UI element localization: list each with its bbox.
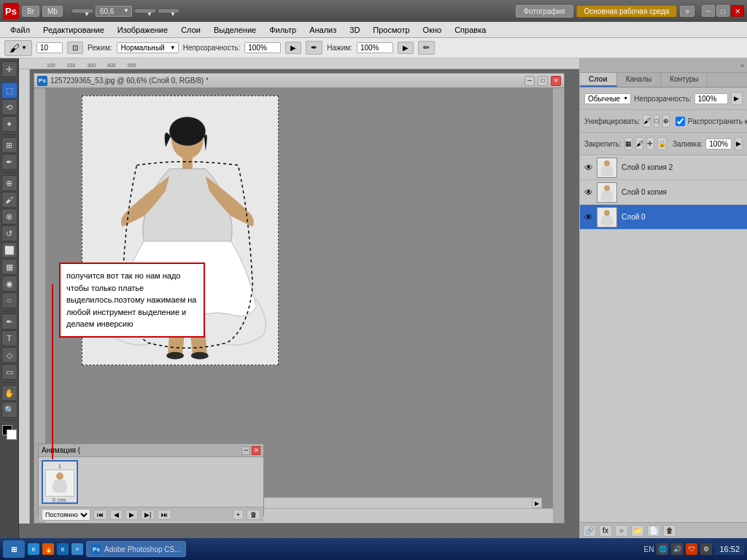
propagate-checkbox[interactable]: [676, 117, 685, 126]
view-mode-dropdown[interactable]: [135, 9, 155, 12]
opacity-input[interactable]: 100%: [244, 42, 281, 53]
brush-preset-btn[interactable]: 🖌▼: [4, 40, 32, 56]
delete-layer-btn[interactable]: 🗑: [663, 525, 676, 537]
blend-mode-dropdown[interactable]: Обычные: [584, 93, 631, 104]
doc-maximize-btn[interactable]: □: [538, 76, 548, 86]
loop-select[interactable]: Постоянно: [42, 509, 90, 521]
brush-shape-btn[interactable]: ⊡: [67, 42, 83, 54]
arrange-dropdown[interactable]: [158, 9, 179, 12]
layer-item-0[interactable]: 👁 Слой 0: [580, 205, 747, 230]
anim-play-btn[interactable]: ▶: [125, 510, 138, 520]
pen-tool[interactable]: ✒: [1, 314, 18, 330]
doc-minimize-btn[interactable]: ─: [525, 76, 535, 86]
path-tool[interactable]: ◇: [1, 347, 18, 363]
brush-size-input[interactable]: 10: [36, 42, 63, 53]
doc-close-btn[interactable]: ✕: [551, 76, 561, 86]
workspace-main-btn[interactable]: Основная рабочая среда: [576, 5, 678, 18]
tab-layers[interactable]: Слои: [580, 73, 617, 87]
workspace-photo-btn[interactable]: Фотография: [516, 5, 573, 18]
anim-next-btn[interactable]: ▶|: [141, 510, 155, 520]
hand-tool[interactable]: ✋: [1, 385, 18, 401]
anim-panel-close[interactable]: ✕: [252, 446, 260, 455]
close-btn[interactable]: ✕: [731, 5, 744, 17]
unify-layer-btn[interactable]: □: [654, 114, 659, 128]
menu-image[interactable]: Изображение: [112, 24, 174, 36]
fill-arrow-btn[interactable]: ▶: [735, 137, 743, 150]
tab-channels[interactable]: Каналы: [617, 73, 662, 87]
color-swatches[interactable]: [2, 425, 17, 440]
layer-visibility-copy1[interactable]: 👁: [583, 187, 595, 198]
new-group-btn[interactable]: 📁: [631, 525, 644, 537]
menu-select[interactable]: Выделение: [208, 24, 262, 36]
marquee-tool[interactable]: ⬚: [1, 82, 18, 98]
anim-add-frame-btn[interactable]: +: [233, 510, 244, 520]
taskbar-update-icon[interactable]: ⚙: [700, 543, 712, 555]
anim-first-btn[interactable]: ⏮: [93, 510, 107, 520]
taskbar-network-icon[interactable]: 🌐: [657, 543, 668, 555]
fill-value[interactable]: 100%: [705, 139, 732, 149]
lock-transparent-btn[interactable]: ▦: [624, 137, 632, 150]
menu-3d[interactable]: 3D: [344, 24, 365, 36]
gradient-tool[interactable]: ▦: [1, 259, 18, 275]
start-button[interactable]: ⊞: [3, 540, 25, 558]
bridge-btn[interactable]: Br: [22, 6, 39, 17]
layer-mask-btn[interactable]: ○: [615, 525, 628, 537]
eraser-tool[interactable]: ⬜: [1, 242, 18, 258]
menu-filter[interactable]: Фильтр: [263, 24, 302, 36]
lang-indicator[interactable]: EN: [644, 545, 654, 553]
move-tool[interactable]: ✛: [1, 61, 18, 77]
layer-item-copy2[interactable]: 👁 Слой 0 копия 2: [580, 155, 747, 180]
history-tool[interactable]: ↺: [1, 225, 18, 241]
layer-item-copy1[interactable]: 👁 Слой 0 копия: [580, 180, 747, 205]
spot-heal-tool[interactable]: ⊕: [1, 175, 18, 191]
wand-tool[interactable]: ✦: [1, 116, 18, 132]
airbrush-btn[interactable]: ✒: [306, 41, 322, 55]
menu-file[interactable]: Файл: [4, 24, 36, 36]
menu-edit[interactable]: Редактирование: [37, 24, 110, 36]
tab-paths[interactable]: Контуры: [661, 73, 708, 87]
lock-paint-btn[interactable]: 🖌: [635, 137, 643, 150]
minimize-btn[interactable]: ─: [702, 5, 715, 17]
press-input[interactable]: 100%: [357, 42, 393, 53]
panel-collapse-btn[interactable]: «: [740, 62, 744, 69]
lasso-tool[interactable]: ⟲: [1, 99, 18, 115]
anim-del-frame-btn[interactable]: 🗑: [247, 510, 260, 520]
menu-help[interactable]: Справка: [449, 24, 492, 36]
press-arrow-btn[interactable]: ▶: [398, 42, 414, 54]
opacity-arrow-btn[interactable]: ▶: [285, 42, 301, 54]
maximize-btn[interactable]: □: [716, 5, 729, 17]
background-color[interactable]: [7, 429, 17, 440]
menu-window[interactable]: Окно: [417, 24, 448, 36]
new-layer-btn[interactable]: 📄: [647, 525, 660, 537]
link-layers-btn[interactable]: 🔗: [583, 525, 596, 537]
zoom-tool[interactable]: 🔍: [1, 402, 18, 418]
stamp-tool[interactable]: ⊗: [1, 209, 18, 225]
brush-tool[interactable]: 🖌: [1, 192, 18, 208]
taskbar-ie-icon[interactable]: e: [57, 543, 69, 555]
taskbar-volume-icon[interactable]: 🔊: [671, 543, 683, 555]
unify-pos-btn[interactable]: ⊕: [662, 114, 670, 128]
taskbar-antivirus-icon[interactable]: 🛡: [686, 543, 697, 555]
anim-panel-min[interactable]: ─: [241, 446, 250, 455]
blur-tool[interactable]: ◉: [1, 276, 18, 292]
zoom-dropdown[interactable]: 60,6: [96, 6, 132, 17]
mb-btn[interactable]: Mb: [42, 6, 63, 17]
crop-tool[interactable]: ⊞: [1, 137, 18, 153]
anim-last-btn[interactable]: ⏭: [158, 510, 171, 520]
layer-style-btn[interactable]: fx: [599, 525, 612, 537]
tablet-btn[interactable]: ✏: [418, 41, 435, 55]
workspace-more-btn[interactable]: »: [680, 6, 694, 17]
menu-layers[interactable]: Слои: [175, 24, 206, 36]
tool-preset-dropdown[interactable]: [72, 9, 93, 12]
opacity-value[interactable]: 100%: [694, 93, 728, 104]
layer-visibility-0[interactable]: 👁: [583, 211, 595, 223]
opacity-arrow-btn[interactable]: ▶: [731, 92, 743, 105]
scroll-right-btn[interactable]: ▶: [532, 498, 542, 508]
taskbar-arrows-icon[interactable]: »: [71, 543, 83, 555]
menu-analysis[interactable]: Анализ: [303, 24, 342, 36]
layer-visibility-copy2[interactable]: 👁: [583, 162, 595, 174]
lock-all-btn[interactable]: 🔒: [657, 137, 667, 150]
dodge-tool[interactable]: ○: [1, 292, 18, 308]
unify-brush-btn[interactable]: 🖌: [643, 114, 651, 128]
taskbar-photoshop-btn[interactable]: Ps Adobe Photoshop CS...: [86, 541, 186, 557]
